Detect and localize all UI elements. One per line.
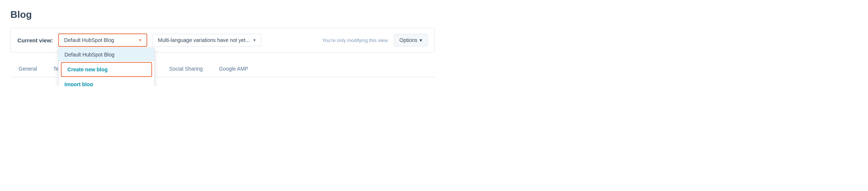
chevron-down-icon: ▾ [139, 38, 141, 43]
tab-social-sharing[interactable]: Social Sharing [161, 61, 211, 77]
multi-language-value: Multi-language variations have not yet..… [158, 37, 250, 43]
import-blog-item[interactable]: Import blog [59, 78, 154, 86]
create-new-blog-item[interactable]: Create new blog [61, 62, 152, 77]
options-button[interactable]: Options ▾ [394, 34, 428, 46]
blog-selector-trigger[interactable]: Default HubSpot Blog ▾ [58, 33, 147, 47]
multi-language-dropdown[interactable]: Multi-language variations have not yet..… [152, 34, 261, 46]
modifying-notice: You're only modifying this view. [322, 38, 389, 43]
current-view-bar: Current view: Default HubSpot Blog ▾ Def… [10, 28, 435, 52]
options-label: Options [400, 37, 417, 43]
chevron-down-icon: ▾ [420, 37, 422, 43]
blog-selector-dropdown[interactable]: Default HubSpot Blog ▾ Default HubSpot B… [58, 33, 147, 47]
tab-google-amp[interactable]: Google AMP [211, 61, 257, 77]
blog-selector-menu: Default HubSpot Blog Create new blog Imp… [58, 48, 155, 86]
dropdown-item-default[interactable]: Default HubSpot Blog [59, 48, 154, 61]
current-view-label: Current view: [17, 37, 53, 43]
tab-general[interactable]: General [10, 61, 45, 77]
blog-selector-value: Default HubSpot Blog [64, 37, 114, 43]
chevron-down-icon: ▾ [253, 38, 256, 43]
page-title: Blog [10, 9, 435, 20]
